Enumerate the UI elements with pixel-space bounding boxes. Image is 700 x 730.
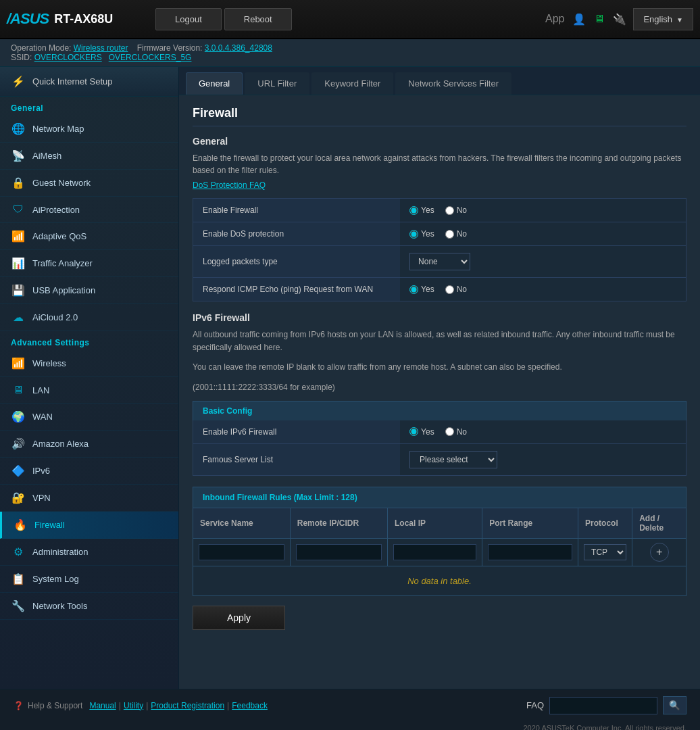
enable-dos-yes-radio[interactable] [409, 230, 418, 239]
enable-firewall-yes-label[interactable]: Yes [409, 205, 434, 215]
qis-icon: ⚡ [11, 75, 26, 88]
sidebar-label-network-map: Network Map [32, 124, 84, 134]
sidebar-item-usb-application[interactable]: 💾 USB Application [0, 277, 178, 304]
sidebar-label-wan: WAN [32, 412, 53, 422]
faq-search-button[interactable]: 🔍 [663, 696, 686, 714]
general-section-title: General [193, 136, 686, 147]
usb-icon[interactable]: 🔌 [613, 13, 626, 26]
tab-general[interactable]: General [186, 72, 243, 95]
amazon-alexa-icon: 🔊 [11, 437, 26, 450]
logo-area: /ASUS RT-AX68U [7, 10, 142, 28]
ipv6-fw-no-label[interactable]: No [445, 427, 467, 437]
language-button[interactable]: English [633, 8, 693, 30]
sidebar-item-wan[interactable]: 🌍 WAN [0, 404, 178, 431]
sidebar-label-lan: LAN [32, 385, 49, 395]
sidebar-label-vpn: VPN [32, 493, 51, 503]
adaptive-qos-icon: 📶 [11, 230, 26, 243]
faq-search-input[interactable] [549, 697, 657, 714]
sidebar-item-administration[interactable]: ⚙ Administration [0, 539, 178, 566]
tabs-bar: General URL Filter Keyword Filter Networ… [179, 67, 700, 95]
famous-server-control: Please select [400, 443, 686, 475]
inbound-header-row: Service Name Remote IP/CIDR Local IP Por… [193, 508, 686, 539]
enable-firewall-yes-radio[interactable] [409, 206, 418, 215]
tab-keyword-filter[interactable]: Keyword Filter [311, 72, 393, 95]
service-name-input[interactable] [199, 544, 284, 560]
ipv6-fw-yes-radio[interactable] [409, 427, 418, 436]
utility-link[interactable]: Utility [124, 701, 143, 710]
logged-packets-label: Logged packets type [193, 246, 401, 278]
sidebar-item-guest-network[interactable]: 🔒 Guest Network [0, 170, 178, 197]
feedback-link[interactable]: Feedback [232, 701, 268, 710]
vpn-icon: 🔐 [11, 491, 26, 504]
enable-firewall-no-radio[interactable] [445, 206, 454, 215]
sidebar-item-aimesh[interactable]: 📡 AiMesh [0, 143, 178, 170]
dos-faq-link[interactable]: DoS Protection FAQ [193, 180, 686, 190]
local-ip-input[interactable] [393, 544, 476, 560]
enable-dos-yes-label[interactable]: Yes [409, 229, 434, 239]
ssid1-link[interactable]: OVERCLOCKERS [34, 53, 102, 62]
add-rule-button[interactable]: + [650, 543, 669, 562]
sidebar-item-network-map[interactable]: 🌐 Network Map [0, 116, 178, 143]
op-mode-link[interactable]: Wireless router [74, 43, 128, 53]
sidebar-item-adaptive-qos[interactable]: 📶 Adaptive QoS [0, 223, 178, 250]
info-bar-left: Operation Mode: Wireless router Firmware… [11, 43, 272, 62]
ipv6-section-title: IPv6 Firewall [193, 312, 686, 323]
apply-button[interactable]: Apply [193, 606, 285, 630]
sidebar-item-aiprotection[interactable]: 🛡 AiProtection [0, 197, 178, 223]
content-area: General URL Filter Keyword Filter Networ… [179, 67, 700, 689]
sidebar-item-aicloud[interactable]: ☁ AiCloud 2.0 [0, 304, 178, 331]
sidebar-item-traffic-analyzer[interactable]: 📊 Traffic Analyzer [0, 250, 178, 277]
network-map-icon: 🌐 [11, 122, 26, 135]
sidebar-item-lan[interactable]: 🖥 LAN [0, 377, 178, 404]
famous-server-select[interactable]: Please select [409, 451, 497, 468]
logout-button[interactable]: Logout [155, 8, 222, 30]
firmware-link[interactable]: 3.0.0.4.386_42808 [205, 43, 272, 53]
icmp-echo-yes-label[interactable]: Yes [409, 285, 434, 294]
reboot-button[interactable]: Reboot [224, 8, 292, 30]
main-layout: ⚡ Quick Internet Setup General 🌐 Network… [0, 67, 700, 689]
sidebar-label-usb-application: USB Application [32, 285, 95, 295]
icmp-echo-control: Yes No [400, 278, 686, 301]
ssid2-link[interactable]: OVERCLOCKERS_5G [109, 53, 192, 62]
icmp-echo-no-label[interactable]: No [445, 285, 467, 294]
aiprotection-icon: 🛡 [11, 203, 26, 216]
sidebar-label-traffic-analyzer: Traffic Analyzer [32, 258, 93, 268]
app-label: App [545, 13, 564, 25]
monitor-icon[interactable]: 🖥 [594, 13, 605, 25]
sidebar-item-network-tools[interactable]: 🔧 Network Tools [0, 593, 178, 620]
ipv6-fw-no-radio[interactable] [445, 427, 454, 436]
sidebar-item-wireless[interactable]: 📶 Wireless [0, 350, 178, 377]
sidebar-item-system-log[interactable]: 📋 System Log [0, 566, 178, 593]
product-reg-link[interactable]: Product Registration [151, 701, 224, 710]
icmp-echo-no-radio[interactable] [445, 285, 454, 294]
footer-links: Manual | Utility | Product Registration … [89, 701, 268, 710]
sidebar-item-amazon-alexa[interactable]: 🔊 Amazon Alexa [0, 431, 178, 458]
manual-link[interactable]: Manual [89, 701, 116, 710]
advanced-section-label: Advanced Settings [0, 331, 178, 350]
enable-firewall-no-label[interactable]: No [445, 205, 467, 215]
sidebar-item-qis[interactable]: ⚡ Quick Internet Setup [0, 67, 178, 97]
sidebar-item-vpn[interactable]: 🔐 VPN [0, 485, 178, 512]
protocol-select[interactable]: TCP UDP BOTH [584, 544, 626, 560]
enable-dos-no-label[interactable]: No [445, 229, 467, 239]
user-icon[interactable]: 👤 [572, 13, 586, 26]
icmp-echo-yes-radio[interactable] [409, 285, 418, 294]
enable-dos-no-radio[interactable] [445, 230, 454, 239]
enable-ipv6-firewall-radio-group: Yes No [409, 427, 676, 437]
icmp-echo-row: Respond ICMP Echo (ping) Request from WA… [193, 278, 686, 301]
general-section-label: General [0, 97, 178, 116]
traffic-analyzer-icon: 📊 [11, 257, 26, 270]
top-icons: App 👤 🖥 🔌 [545, 13, 626, 26]
tab-network-services-filter[interactable]: Network Services Filter [395, 72, 511, 95]
enable-firewall-label: Enable Firewall [193, 199, 401, 222]
remote-ip-input[interactable] [296, 544, 382, 560]
footer: ❓ Help & Support Manual | Utility | Prod… [0, 689, 700, 730]
col-remote-ip: Remote IP/CIDR [290, 508, 387, 539]
ipv6-fw-yes-label[interactable]: Yes [409, 427, 434, 437]
port-range-input[interactable] [488, 544, 572, 560]
sidebar-item-ipv6[interactable]: 🔷 IPv6 [0, 458, 178, 485]
logged-packets-select[interactable]: None Dropped Accepted Both [409, 253, 470, 270]
sidebar-item-firewall[interactable]: 🔥 Firewall [0, 512, 178, 539]
wan-icon: 🌍 [11, 410, 26, 423]
tab-url-filter[interactable]: URL Filter [245, 72, 309, 95]
